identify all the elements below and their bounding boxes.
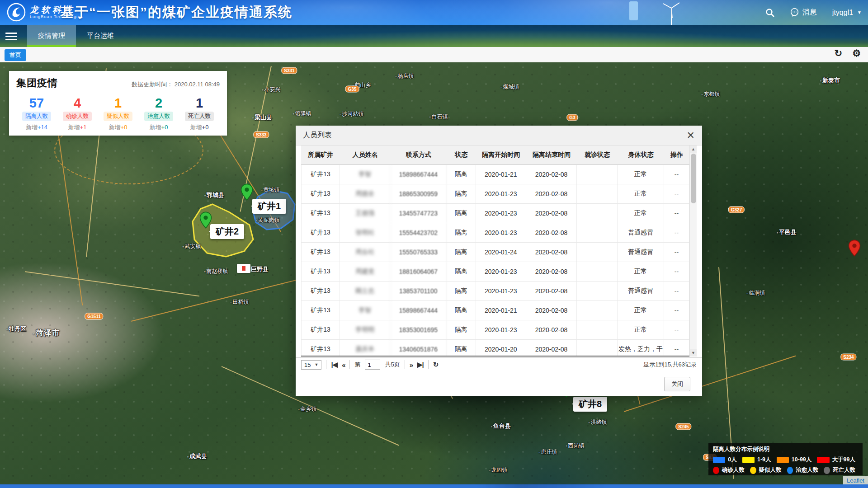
page-size-select[interactable]: 15 ▼ bbox=[301, 360, 321, 370]
table-cell bbox=[577, 223, 618, 242]
tab-platform-ops[interactable]: 平台运维 bbox=[76, 25, 125, 47]
table-row[interactable]: 矿井13李智15898667444隔离2020-01-212020-02-08正… bbox=[301, 165, 689, 184]
map-label-唐庄镇: 唐庄镇 bbox=[538, 448, 557, 456]
next-page-button[interactable]: » bbox=[410, 361, 413, 369]
table-cell: 2020-02-08 bbox=[526, 165, 577, 184]
last-page-button[interactable]: ▶| bbox=[417, 361, 424, 369]
table-cell: -- bbox=[664, 223, 689, 242]
scrollbar-thumb[interactable] bbox=[691, 154, 696, 203]
table-cell bbox=[577, 340, 618, 357]
map-label-洪绪镇: 洪绪镇 bbox=[588, 418, 607, 426]
table-cell: -- bbox=[664, 262, 689, 281]
table-cell: 矿井13 bbox=[301, 223, 340, 242]
table-cell: 普通感冒 bbox=[618, 243, 664, 262]
table-cell: 2020-01-21 bbox=[476, 165, 527, 184]
table-row[interactable]: 矿井13李智15898667444隔离2020-01-212020-02-08正… bbox=[301, 301, 689, 320]
legend-title: 隔离人数分布示例说明 bbox=[713, 446, 858, 453]
table-row[interactable]: 矿井13周合社15550765333隔离2020-01-242020-02-08… bbox=[301, 243, 689, 262]
table-cell: 2020-02-08 bbox=[526, 223, 577, 242]
table-row[interactable]: 矿井13周德全18865300959隔离2020-01-232020-02-08… bbox=[301, 184, 689, 204]
table-cell: 矿井13 bbox=[301, 262, 340, 281]
legend-range-label: 10-99人 bbox=[792, 456, 811, 464]
tab-epidemic-management[interactable]: 疫情管理 bbox=[27, 25, 76, 47]
messages-label: 消息 bbox=[802, 8, 817, 17]
mine-pin-icon[interactable] bbox=[241, 183, 253, 202]
legend-dot-row: 确诊人数疑似人数治愈人数死亡人数 bbox=[713, 466, 858, 474]
reload-icon[interactable]: ↻ bbox=[433, 361, 439, 369]
close-button[interactable]: 关闭 bbox=[664, 377, 690, 391]
table-scrollbar[interactable]: ▲ ▼ bbox=[689, 145, 697, 357]
map-label-杨店镇: 杨店镇 bbox=[395, 72, 414, 80]
table-cell: 2020-01-23 bbox=[476, 320, 527, 339]
stat-delta: 新增+0 bbox=[179, 123, 220, 131]
mine-marker-label[interactable]: 矿井1 bbox=[252, 199, 286, 214]
table-row[interactable]: 矿井13聂庆丰13406051876隔离2020-01-202020-02-08… bbox=[301, 340, 689, 357]
table-cell: -- bbox=[664, 301, 689, 320]
alert-pin-icon[interactable] bbox=[849, 239, 861, 258]
table-cell bbox=[577, 243, 618, 262]
gear-icon[interactable]: ⚙ bbox=[852, 48, 861, 59]
table-cell: -- bbox=[664, 165, 689, 184]
table-cell: 聂庆丰 bbox=[340, 340, 391, 357]
page-number-input[interactable] bbox=[365, 360, 380, 370]
isolation-legend: 隔离人数分布示例说明 0人1-9人10-99人大于99人 确诊人数疑似人数治愈人… bbox=[708, 443, 863, 475]
table-row[interactable]: 矿井13王德强13455747723隔离2020-01-232020-02-08… bbox=[301, 204, 689, 223]
refresh-icon[interactable]: ↻ bbox=[835, 48, 843, 59]
table-cell: 矿井13 bbox=[301, 282, 340, 300]
legend-dot-swatch bbox=[750, 467, 756, 474]
table-cell: 15898667444 bbox=[391, 301, 447, 320]
panel-title: 集团疫情 bbox=[16, 76, 58, 90]
modal-footer: 关闭 bbox=[296, 372, 702, 396]
col-header: 状态 bbox=[447, 151, 476, 159]
search-button[interactable] bbox=[765, 8, 774, 17]
user-menu[interactable]: jtyqgl1 ▼ bbox=[832, 9, 862, 17]
mine-marker-label[interactable]: 矿井8 bbox=[573, 397, 607, 412]
first-page-button[interactable]: |◀ bbox=[331, 361, 337, 369]
table-cell: 隔离 bbox=[447, 184, 476, 203]
table-cell: 2020-02-08 bbox=[526, 243, 577, 262]
map-label-成武县: 成武县 bbox=[187, 452, 207, 460]
table-cell: 顾士忠 bbox=[340, 282, 391, 300]
nav-bar: 疫情管理 平台运维 bbox=[0, 25, 868, 47]
personnel-list-modal: 人员列表 ✕ 所属矿井人员姓名联系方式状态隔离开始时间隔离结束时间就诊状态身体状… bbox=[296, 126, 702, 396]
table-row[interactable]: 矿井13李明明18353001695隔离2020-01-232020-02-08… bbox=[301, 320, 689, 340]
road-badge-S331: S331 bbox=[281, 67, 297, 74]
map-label-金乡镇: 金乡镇 bbox=[298, 405, 316, 413]
table-cell: 2020-02-08 bbox=[526, 301, 577, 320]
col-header: 联系方式 bbox=[391, 151, 447, 159]
legend-range-label: 1-9人 bbox=[757, 456, 771, 464]
table-cell: 18865300959 bbox=[391, 184, 447, 203]
mine-marker-label[interactable]: 矿井2 bbox=[210, 224, 244, 239]
table-cell bbox=[577, 165, 618, 184]
col-header: 隔离开始时间 bbox=[476, 151, 527, 159]
map-info-box[interactable] bbox=[237, 264, 250, 273]
tab-home[interactable]: 首页 bbox=[5, 49, 26, 61]
table-cell: 13853701100 bbox=[391, 282, 447, 300]
table-cell: 隔离 bbox=[447, 223, 476, 242]
table-cell: 隔离 bbox=[447, 320, 476, 339]
table-row[interactable]: 矿井13张明社15554423702隔离2020-01-232020-02-08… bbox=[301, 223, 689, 243]
stat-2: 4确诊人数新增+1 bbox=[57, 96, 98, 131]
table-row[interactable]: 矿井13顾士忠13853701100隔离2020-01-232020-02-08… bbox=[301, 282, 689, 301]
table-row[interactable]: 矿井13周建党18816064067隔离2020-01-232020-02-08… bbox=[301, 262, 689, 282]
menu-toggle-button[interactable] bbox=[5, 31, 17, 42]
scroll-down-button[interactable]: ▼ bbox=[690, 349, 697, 357]
road-badge-G35: G35 bbox=[345, 86, 359, 93]
stat-3: 1疑似人数新增+0 bbox=[98, 96, 138, 131]
table-cell: 普通感冒 bbox=[618, 223, 664, 242]
table-cell: 2020-01-21 bbox=[476, 301, 527, 320]
table-cell: 2020-01-23 bbox=[476, 223, 527, 242]
table-cell: 周合社 bbox=[340, 243, 391, 262]
legend-range-swatch bbox=[817, 457, 829, 463]
table-cell: 正常 bbox=[618, 320, 664, 339]
stat-1: 57隔离人数新增+14 bbox=[16, 96, 57, 131]
col-header: 所属矿井 bbox=[301, 151, 340, 159]
messages-button[interactable]: 消息 bbox=[790, 8, 817, 17]
leaflet-attribution[interactable]: Leaflet bbox=[843, 476, 868, 485]
stat-value: 57 bbox=[16, 96, 57, 110]
close-icon[interactable]: ✕ bbox=[687, 131, 695, 140]
road-badge-G1511: G1511 bbox=[85, 313, 103, 320]
map-label-平邑县: 平邑县 bbox=[777, 228, 797, 236]
prev-page-button[interactable]: « bbox=[342, 361, 345, 369]
scroll-up-button[interactable]: ▲ bbox=[690, 145, 697, 153]
